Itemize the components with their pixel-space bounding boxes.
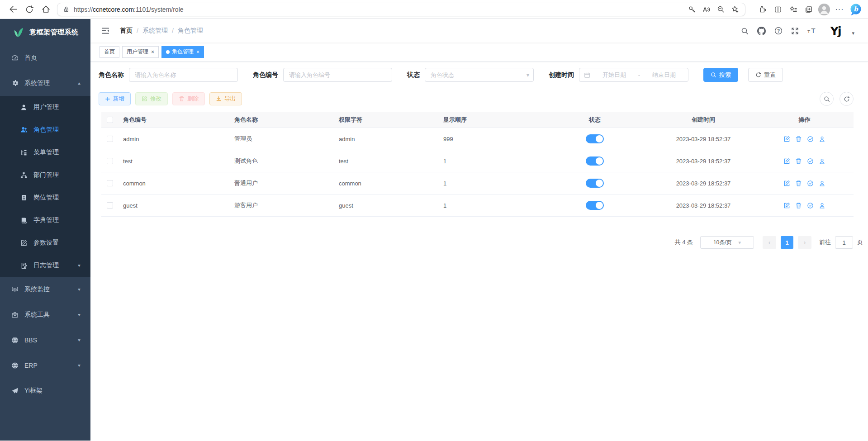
row-checkbox[interactable] bbox=[107, 180, 113, 186]
row-edit-icon[interactable] bbox=[783, 158, 790, 165]
font-size-icon[interactable]: TT bbox=[807, 27, 817, 35]
row-data-scope-icon[interactable] bbox=[807, 136, 814, 142]
close-icon[interactable]: × bbox=[196, 49, 199, 55]
row-checkbox[interactable] bbox=[107, 136, 113, 142]
reset-button[interactable]: 重置 bbox=[748, 68, 783, 82]
browser-refresh-button[interactable] bbox=[22, 3, 37, 16]
table-row: admin 管理员 admin 999 2023-03-29 18:52:37 bbox=[101, 128, 854, 150]
sidebar-item-post-management[interactable]: 岗位管理 bbox=[0, 186, 90, 209]
status-toggle[interactable] bbox=[586, 179, 604, 188]
breadcrumb-home[interactable]: 首页 bbox=[120, 27, 133, 35]
row-checkbox[interactable] bbox=[107, 158, 113, 164]
sidebar-item-user-management[interactable]: 用户管理 bbox=[0, 96, 90, 119]
browser-more-menu[interactable]: ··· bbox=[832, 3, 847, 16]
row-checkbox[interactable] bbox=[107, 202, 113, 209]
page-1-button[interactable]: 1 bbox=[781, 236, 793, 249]
browser-home-button[interactable] bbox=[38, 3, 53, 16]
github-icon[interactable] bbox=[757, 27, 766, 35]
cell-permission: test bbox=[334, 158, 439, 165]
sidebar-item-parameter-settings[interactable]: 参数设置 bbox=[0, 232, 90, 254]
row-assign-user-icon[interactable] bbox=[819, 136, 825, 142]
split-screen-icon[interactable] bbox=[770, 3, 786, 16]
sidebar-item-system-monitor[interactable]: 系统监控 ▾ bbox=[0, 277, 90, 302]
select-all-checkbox[interactable] bbox=[107, 117, 113, 123]
url-text: https://ccnetcore.com:1101/system/role bbox=[74, 6, 684, 13]
row-data-scope-icon[interactable] bbox=[807, 202, 814, 209]
collections-icon[interactable] bbox=[801, 3, 816, 16]
fullscreen-icon[interactable] bbox=[791, 27, 799, 35]
tags-view-bar: 首页 用户管理 × 角色管理 × bbox=[90, 43, 868, 62]
sidebar-item-home[interactable]: 首页 bbox=[0, 45, 90, 71]
sidebar-item-system-management[interactable]: 系统管理 ▴ bbox=[0, 71, 90, 96]
role-code-input[interactable] bbox=[283, 68, 392, 82]
account-caret-down-icon[interactable]: ▾ bbox=[852, 30, 854, 36]
extensions-icon[interactable] bbox=[755, 3, 770, 16]
next-page-button[interactable]: › bbox=[798, 236, 811, 249]
status-toggle[interactable] bbox=[586, 201, 604, 210]
help-icon[interactable]: ? bbox=[774, 27, 783, 35]
header-search-icon[interactable] bbox=[741, 27, 749, 35]
row-assign-user-icon[interactable] bbox=[819, 158, 825, 165]
row-delete-icon[interactable] bbox=[795, 180, 802, 187]
add-favorite-star-icon[interactable] bbox=[728, 3, 742, 16]
browser-back-button[interactable] bbox=[5, 3, 21, 16]
zoom-out-icon[interactable] bbox=[713, 3, 728, 16]
row-delete-icon[interactable] bbox=[795, 158, 802, 165]
chevron-down-icon: ▾ bbox=[78, 263, 81, 268]
row-data-scope-icon[interactable] bbox=[807, 158, 814, 165]
sidebar-collapse-toggle[interactable] bbox=[97, 23, 114, 39]
goto-page-input[interactable] bbox=[835, 236, 853, 249]
date-range-picker[interactable]: 开始日期 - 结束日期 bbox=[579, 68, 688, 82]
row-edit-icon[interactable] bbox=[783, 180, 790, 187]
page-size-select[interactable]: 10条/页 ▾ bbox=[700, 236, 754, 249]
row-edit-icon[interactable] bbox=[783, 136, 790, 142]
header-role-name: 角色名称 bbox=[230, 116, 334, 124]
sidebar-item-department-management[interactable]: 部门管理 bbox=[0, 164, 90, 186]
tab-role-management[interactable]: 角色管理 × bbox=[161, 46, 204, 58]
sidebar-item-role-management[interactable]: 角色管理 bbox=[0, 119, 90, 141]
search-button[interactable]: 搜索 bbox=[703, 68, 738, 82]
role-name-input[interactable] bbox=[129, 68, 238, 82]
status-toggle[interactable] bbox=[586, 134, 604, 143]
chevron-down-icon: ▾ bbox=[78, 287, 81, 292]
prev-page-button[interactable]: ‹ bbox=[763, 236, 776, 249]
app-logo[interactable]: 意框架管理系统 bbox=[0, 19, 90, 45]
status-toggle[interactable] bbox=[586, 156, 604, 166]
close-icon[interactable]: × bbox=[151, 49, 154, 55]
refresh-table-button[interactable] bbox=[840, 92, 854, 106]
row-data-scope-icon[interactable] bbox=[807, 180, 814, 187]
status-select[interactable] bbox=[425, 68, 534, 82]
tab-home[interactable]: 首页 bbox=[100, 46, 119, 58]
toggle-search-button[interactable] bbox=[820, 92, 834, 106]
copilot-bing-icon[interactable]: b bbox=[849, 3, 863, 16]
address-bar[interactable]: https://ccnetcore.com:1101/system/role bbox=[57, 3, 745, 16]
browser-toolbar: https://ccnetcore.com:1101/system/role bbox=[0, 0, 868, 19]
sidebar-item-erp[interactable]: ERP ▾ bbox=[0, 353, 90, 378]
table-toolbar: 新增 修改 删除 导出 bbox=[99, 92, 854, 106]
edit-button[interactable]: 修改 bbox=[135, 92, 168, 105]
sidebar-item-log-management[interactable]: 日志管理 ▾ bbox=[0, 254, 90, 277]
tab-user-management[interactable]: 用户管理 × bbox=[122, 46, 159, 58]
password-key-icon[interactable] bbox=[684, 3, 699, 16]
user-account-logo[interactable]: Yj bbox=[830, 24, 841, 38]
sidebar-item-yi-framework[interactable]: Yi框架 bbox=[0, 378, 90, 403]
add-button[interactable]: 新增 bbox=[99, 92, 131, 105]
delete-button[interactable]: 删除 bbox=[172, 92, 205, 105]
favorites-bar-icon[interactable] bbox=[786, 3, 801, 16]
read-aloud-icon[interactable] bbox=[699, 3, 713, 16]
row-assign-user-icon[interactable] bbox=[819, 180, 825, 187]
created-time-label: 创建时间 bbox=[549, 71, 574, 79]
row-edit-icon[interactable] bbox=[783, 202, 790, 209]
sidebar-item-system-tools[interactable]: 系统工具 ▾ bbox=[0, 302, 90, 327]
row-delete-icon[interactable] bbox=[795, 136, 802, 142]
sidebar-item-bbs[interactable]: BBS ▾ bbox=[0, 327, 90, 353]
row-delete-icon[interactable] bbox=[795, 202, 802, 209]
active-dot bbox=[166, 50, 170, 54]
dictionary-icon bbox=[20, 217, 28, 224]
row-assign-user-icon[interactable] bbox=[819, 202, 825, 209]
sidebar-item-menu-management[interactable]: 菜单管理 bbox=[0, 141, 90, 164]
sidebar-item-dictionary-management[interactable]: 字典管理 bbox=[0, 209, 90, 232]
export-button[interactable]: 导出 bbox=[209, 92, 242, 105]
browser-profile-avatar[interactable] bbox=[816, 3, 832, 16]
role-code-label: 角色编号 bbox=[253, 71, 278, 79]
